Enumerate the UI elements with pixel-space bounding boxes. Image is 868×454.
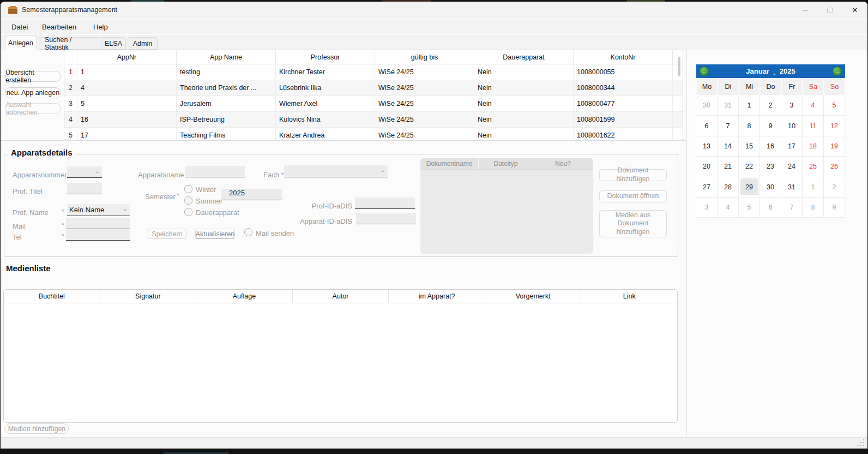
doc-column-header-dateityp[interactable]: Dateityp <box>479 158 533 169</box>
semester-year-input[interactable]: 2025 <box>221 189 282 200</box>
calendar-day[interactable]: 1 <box>739 95 760 116</box>
prof-id-adis-input[interactable] <box>355 198 415 209</box>
calendar-prev-month-button[interactable]: ← <box>700 67 709 76</box>
calendar-day[interactable]: 8 <box>739 116 760 136</box>
tel-input[interactable] <box>66 229 130 241</box>
table-cell: Nein <box>474 112 574 127</box>
calendar-day[interactable]: 9 <box>760 116 781 136</box>
menu-item-datei[interactable]: Datei <box>9 22 30 32</box>
tab-suchen-statistik[interactable]: Suchen / Statistik <box>39 37 100 50</box>
menu-item-help[interactable]: Help <box>91 22 110 32</box>
calendar-day[interactable]: 20 <box>696 157 718 177</box>
doc-column-header-dokumentname[interactable]: Dokumentname <box>420 158 479 169</box>
apparatsname-input[interactable] <box>185 166 245 177</box>
vertical-scrollbar[interactable] <box>678 57 680 76</box>
column-header-professor[interactable]: Professor <box>276 50 375 64</box>
tab-anlegen[interactable]: Anlegen <box>5 35 37 50</box>
table-row[interactable]: 11testingKirchner TesterWiSe 24/25Nein10… <box>64 64 683 80</box>
column-header-gültig-bis[interactable]: gültig bis <box>375 50 474 64</box>
calendar-day[interactable]: 6 <box>760 198 781 218</box>
calendar-day[interactable]: 31 <box>781 177 803 198</box>
column-header-dauerapparat[interactable]: Dauerapparat <box>474 50 574 64</box>
calendar-day[interactable]: 11 <box>803 116 824 136</box>
calendar-day[interactable]: 14 <box>718 136 739 157</box>
calendar-day[interactable]: 16 <box>760 136 781 157</box>
calendar-day[interactable]: 30 <box>696 95 718 116</box>
semester-radio-dauerapparat[interactable] <box>184 208 192 216</box>
calendar-next-month-button[interactable]: → <box>833 67 842 76</box>
calendar-title[interactable]: Januar⌄2025 <box>746 67 795 75</box>
table-row[interactable]: 24Theorie und Praxis der ...Lüsebrink Il… <box>64 80 683 96</box>
medien-column-header-buchtitel[interactable]: Buchtitel <box>4 290 100 303</box>
calendar-day[interactable]: 13 <box>696 136 718 157</box>
tab-elsa[interactable]: ELSA <box>101 37 126 50</box>
calendar-day[interactable]: 28 <box>718 177 739 198</box>
minimize-icon <box>802 10 808 11</box>
calendar-day[interactable]: 9 <box>824 198 845 218</box>
semester-radio-sommer[interactable] <box>184 196 192 205</box>
calendar-day[interactable]: 6 <box>696 116 718 136</box>
calendar-day[interactable]: 1 <box>803 177 824 198</box>
calendar-day[interactable]: 12 <box>824 116 845 136</box>
calendar-day[interactable]: 27 <box>696 177 718 198</box>
mail-input[interactable] <box>66 218 130 229</box>
calendar-day[interactable]: 8 <box>803 198 824 218</box>
prof-name-combo[interactable]: Kein Name⌄ <box>67 204 130 216</box>
calendar-day[interactable]: 4 <box>803 95 824 116</box>
medien-column-header-im-apparat?[interactable]: im Apparat? <box>389 290 485 303</box>
calendar-day[interactable]: 10 <box>781 116 803 136</box>
calendar-day[interactable]: 21 <box>718 157 739 177</box>
calendar-day[interactable]: 25 <box>803 157 824 177</box>
table-row[interactable]: 517Teaching FilmsKratzer AndreaWiSe 24/2… <box>64 128 683 140</box>
resize-grip-icon[interactable] <box>863 439 864 440</box>
medien-column-header-signatur[interactable]: Signatur <box>100 290 197 303</box>
calendar-day[interactable]: 26 <box>824 157 845 177</box>
menu-item-bearbeiten[interactable]: Bearbeiten <box>40 22 79 32</box>
table-row[interactable]: 416ISP-BetreuungKulovics NinaWiSe 24/25N… <box>64 112 683 128</box>
close-button[interactable]: ✕ <box>842 2 867 19</box>
calendar-day[interactable]: 18 <box>803 136 824 157</box>
minimize-button[interactable] <box>792 2 817 19</box>
calendar-day[interactable]: 5 <box>824 95 845 116</box>
apparat-id-adis-input[interactable] <box>356 213 416 224</box>
semester-radio-winter[interactable] <box>184 185 192 193</box>
column-header-app-name[interactable]: App Name <box>177 50 276 64</box>
calendar-day[interactable]: 31 <box>718 95 739 116</box>
calendar-day[interactable]: 5 <box>739 198 760 218</box>
prof-titel-input[interactable] <box>67 183 102 194</box>
apparatsnummer-combo[interactable]: ⌄ <box>67 166 102 178</box>
fach-combo[interactable]: ⌄ <box>284 165 388 177</box>
medien-column-header-autor[interactable]: Autor <box>293 290 389 303</box>
calendar-day[interactable]: 17 <box>781 136 803 157</box>
calendar-day[interactable]: 2 <box>760 95 781 116</box>
calendar-day[interactable]: 23 <box>760 157 781 177</box>
calendar-day[interactable]: 4 <box>718 198 739 218</box>
calendar-day[interactable]: 24 <box>781 157 803 177</box>
calendar-day[interactable]: 3 <box>696 198 718 218</box>
table-row[interactable]: 35JerusalemWiemer AxelWiSe 24/25Nein1008… <box>64 96 683 112</box>
calendar-day[interactable]: 2 <box>824 177 845 198</box>
calendar-day[interactable]: 22 <box>739 157 760 177</box>
calendar-day[interactable]: 7 <box>718 116 739 136</box>
calendar-day[interactable]: 3 <box>781 95 803 116</box>
dokument-table: DokumentnameDateitypNeu? <box>420 158 593 254</box>
apps-table-header: AppNrApp NameProfessorgültig bisDauerapp… <box>64 50 683 64</box>
tab-admin[interactable]: Admin <box>128 37 158 50</box>
column-header-appnr[interactable]: AppNr <box>77 50 177 64</box>
column-header-kontonr[interactable]: KontoNr <box>574 50 673 64</box>
mail-senden-checkbox[interactable] <box>244 228 252 236</box>
menu-bar: DateiBearbeitenHelp <box>1 20 867 34</box>
calendar-day[interactable]: 29 <box>739 177 760 198</box>
calendar-day[interactable]: 30 <box>760 177 781 198</box>
sidebar-button-neu-app-anlegen[interactable]: neu. App anlegen <box>5 87 61 98</box>
medien-column-header-link[interactable]: Link <box>581 290 677 303</box>
calendar-day[interactable]: 7 <box>781 198 803 218</box>
sidebar-button-übersicht-erstellen[interactable]: Übersicht erstellen <box>5 71 61 82</box>
calendar-day[interactable]: 19 <box>824 136 845 157</box>
medien-column-header-auflage[interactable]: Auflage <box>196 290 293 303</box>
aktualisieren-button[interactable]: Aktualisieren <box>195 229 235 239</box>
doc-column-header-neu-[interactable]: Neu? <box>533 158 593 169</box>
calendar-day[interactable]: 15 <box>739 136 760 157</box>
pane-splitter[interactable] <box>1 140 686 141</box>
medien-column-header-vorgemerkt[interactable]: Vorgemerkt <box>485 290 582 303</box>
